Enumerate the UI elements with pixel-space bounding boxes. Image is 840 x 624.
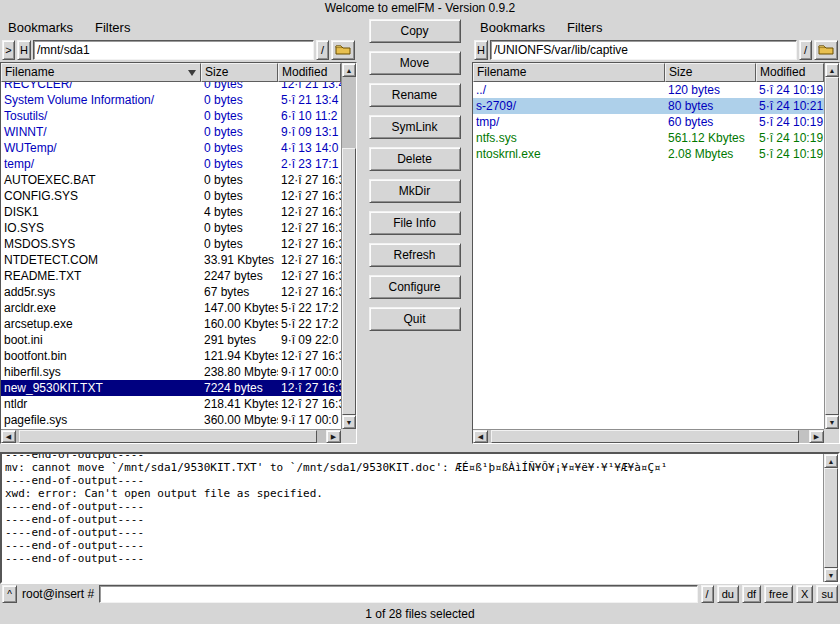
output-vertical-scrollbar[interactable]: ▲ ▼ <box>823 454 838 582</box>
right-root-button[interactable]: / <box>799 40 812 60</box>
file-name: README.TXT <box>1 268 201 284</box>
right-home-button[interactable]: H <box>474 40 488 60</box>
scroll-track[interactable] <box>342 77 356 415</box>
left-pane-toggle-button[interactable]: > <box>2 40 15 60</box>
file-size: 80 bytes <box>665 98 756 114</box>
file-row[interactable]: NTDETECT.COM33.91 Kbytes12·î 27 16:3 <box>1 252 341 268</box>
rename-button[interactable]: Rename <box>369 83 461 107</box>
scroll-up-icon[interactable]: ▲ <box>825 63 839 77</box>
file-row[interactable]: ntldr218.41 Kbytes12·î 27 16:3 <box>1 396 341 412</box>
right-vertical-scrollbar[interactable]: ▲ ▼ <box>824 63 839 429</box>
file-info-button[interactable]: File Info <box>369 211 461 235</box>
file-row[interactable]: bootfont.bin121.94 Kbytes12·î 27 16:3 <box>1 348 341 364</box>
file-modified: 12·î 27 16:3 <box>278 252 341 268</box>
right-menu-filters[interactable]: Filters <box>567 20 602 35</box>
move-button[interactable]: Move <box>369 51 461 75</box>
file-row[interactable]: hiberfil.sys238.80 Mbytes9·î 17 00:0 <box>1 364 341 380</box>
scroll-thumb[interactable] <box>825 77 839 415</box>
left-horizontal-scrollbar[interactable]: ◀ ▶ <box>1 429 341 443</box>
scroll-right-icon[interactable]: ▶ <box>326 430 341 443</box>
output-toggle-button[interactable]: ^ <box>2 585 17 603</box>
scroll-track[interactable] <box>824 468 838 568</box>
cmd-su-button[interactable]: su <box>816 585 838 603</box>
left-home-button[interactable]: H <box>17 40 31 60</box>
scroll-thumb[interactable] <box>491 430 799 443</box>
scroll-right-icon[interactable]: ▶ <box>809 430 824 443</box>
left-column-header-filename[interactable]: Filename <box>1 63 201 82</box>
file-row[interactable]: Tosutils/0 bytes6·î 10 11:2 <box>1 108 341 124</box>
copy-button[interactable]: Copy <box>369 19 461 43</box>
file-row[interactable]: WUTemp/0 bytes4·î 13 14:0 <box>1 140 341 156</box>
refresh-button[interactable]: Refresh <box>369 243 461 267</box>
right-horizontal-scrollbar[interactable]: ◀ ▶ <box>473 429 824 443</box>
scroll-down-icon[interactable]: ▼ <box>825 415 839 429</box>
cmd-df-button[interactable]: df <box>742 585 761 603</box>
cmd-free-button[interactable]: free <box>764 585 793 603</box>
left-column-header-size[interactable]: Size <box>201 63 278 82</box>
file-row[interactable]: pagefile.sys360.00 Mbytes9·î 17 00:0 <box>1 412 341 428</box>
file-row[interactable]: s-2709/80 bytes5·î 24 10:21 <box>473 98 824 114</box>
right-column-header-filename[interactable]: Filename <box>473 63 665 82</box>
file-row[interactable]: arcsetup.exe160.00 Kbytes5·î 22 17:2 <box>1 316 341 332</box>
cmd-x-button[interactable]: X <box>796 585 813 603</box>
right-column-header-size[interactable]: Size <box>665 63 756 82</box>
left-root-button[interactable]: / <box>316 40 329 60</box>
file-row[interactable]: DISK14 bytes12·î 27 16:3 <box>1 204 341 220</box>
right-menu-bookmarks[interactable]: Bookmarks <box>480 20 545 35</box>
scroll-thumb[interactable] <box>342 148 356 415</box>
cmd--button[interactable]: / <box>701 585 714 603</box>
file-row[interactable]: AUTOEXEC.BAT0 bytes12·î 27 16:3 <box>1 172 341 188</box>
pane-splitter[interactable] <box>0 444 840 452</box>
left-column-header-modified[interactable]: Modified <box>278 63 341 82</box>
left-folder-button[interactable] <box>331 40 355 60</box>
file-row[interactable]: temp/0 bytes2·î 23 17:1 <box>1 156 341 172</box>
scroll-left-icon[interactable]: ◀ <box>1 430 16 443</box>
file-row[interactable]: ntfs.sys561.12 Kbytes5·î 24 10:19 <box>473 130 824 146</box>
file-modified: 5·î 24 10:19 <box>756 146 824 162</box>
left-vertical-scrollbar[interactable]: ▲ ▼ <box>341 63 356 429</box>
left-menu-bookmarks[interactable]: Bookmarks <box>8 20 73 35</box>
quit-button[interactable]: Quit <box>369 307 461 331</box>
right-column-header-modified[interactable]: Modified <box>756 63 824 82</box>
right-folder-button[interactable] <box>814 40 838 60</box>
scroll-up-icon[interactable]: ▲ <box>342 63 356 77</box>
configure-button[interactable]: Configure <box>369 275 461 299</box>
left-menu-filters[interactable]: Filters <box>95 20 130 35</box>
scroll-track[interactable] <box>488 430 809 443</box>
scroll-track[interactable] <box>16 430 326 443</box>
delete-button[interactable]: Delete <box>369 147 461 171</box>
file-row[interactable]: arcldr.exe147.00 Kbytes5·î 22 17:2 <box>1 300 341 316</box>
file-row[interactable]: add5r.sys67 bytes12·î 27 16:3 <box>1 284 341 300</box>
file-row[interactable]: boot.ini291 bytes9·î 09 22:0 <box>1 332 341 348</box>
file-row[interactable]: README.TXT2247 bytes12·î 27 16:3 <box>1 268 341 284</box>
file-size: 121.94 Kbytes <box>201 348 278 364</box>
file-row[interactable]: ntoskrnl.exe2.08 Mbytes5·î 24 10:19 <box>473 146 824 162</box>
left-file-pane: Bookmarks Filters > H / Filenam <box>0 17 357 444</box>
file-row[interactable]: MSDOS.SYS0 bytes12·î 27 16:3 <box>1 236 341 252</box>
right-path-input[interactable] <box>490 40 797 60</box>
command-input[interactable] <box>99 585 697 603</box>
file-row[interactable]: CONFIG.SYS0 bytes12·î 27 16:3 <box>1 188 341 204</box>
file-modified: 5·î 22 17:2 <box>278 316 341 332</box>
scroll-up-icon[interactable]: ▲ <box>824 454 838 468</box>
scroll-thumb[interactable] <box>824 468 838 568</box>
mkdir-button[interactable]: MkDir <box>369 179 461 203</box>
scroll-track[interactable] <box>825 77 839 415</box>
file-row[interactable]: System Volume Information/0 bytes5·î 21 … <box>1 92 341 108</box>
file-row[interactable]: tmp/60 bytes5·î 24 10:19 <box>473 114 824 130</box>
shell-prompt: root@insert # <box>20 587 96 601</box>
symlink-button[interactable]: SymLink <box>369 115 461 139</box>
scroll-down-icon[interactable]: ▼ <box>342 415 356 429</box>
file-row[interactable]: new_9530KIT.TXT7224 bytes12·î 27 16:3 <box>1 380 341 396</box>
scroll-down-icon[interactable]: ▼ <box>824 568 838 582</box>
file-modified: 12·î 27 16:3 <box>278 172 341 188</box>
left-path-input[interactable] <box>33 40 314 60</box>
file-row[interactable]: WINNT/0 bytes9·î 09 13:1 <box>1 124 341 140</box>
command-output-area: ----end-of-output---- mv: cannot move `/… <box>0 452 840 584</box>
scroll-thumb[interactable] <box>19 430 317 443</box>
file-row[interactable]: ../120 bytes5·î 24 10:19 <box>473 82 824 98</box>
file-size: 0 bytes <box>201 188 278 204</box>
file-row[interactable]: IO.SYS0 bytes12·î 27 16:3 <box>1 220 341 236</box>
cmd-du-button[interactable]: du <box>717 585 739 603</box>
scroll-left-icon[interactable]: ◀ <box>473 430 488 443</box>
